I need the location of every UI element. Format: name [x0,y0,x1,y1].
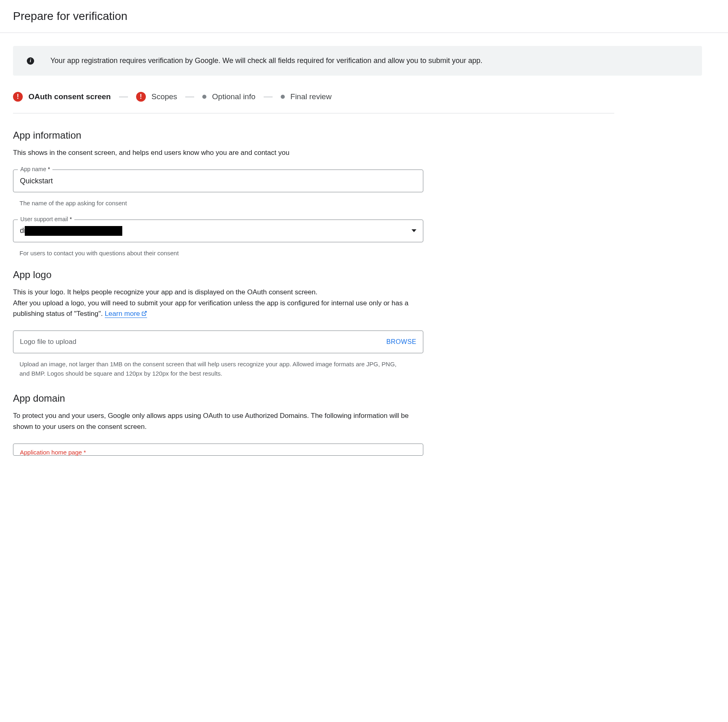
app-name-input[interactable] [13,170,423,192]
banner-text: Your app registration requires verificat… [50,57,483,65]
learn-more-link[interactable]: Learn more [105,310,147,318]
error-icon: ! [13,92,23,102]
step-label: Final review [290,92,332,101]
support-email-field: User support email * di [13,220,423,242]
dot-icon [281,95,285,99]
external-link-icon [141,311,147,316]
app-name-helper: The name of the app asking for consent [13,196,423,208]
app-logo-heading: App logo [13,269,423,281]
redacted-block [25,226,122,236]
logo-file-field: Logo file to upload BROWSE [13,331,423,353]
logo-file-placeholder: Logo file to upload [20,338,76,346]
browse-button[interactable]: BROWSE [386,338,416,346]
step-connector [264,97,273,97]
app-domain-heading: App domain [13,393,423,404]
app-domain-desc: To protect you and your users, Google on… [13,411,423,432]
app-name-label: App name * [18,166,52,172]
step-final-review[interactable]: Final review [281,92,332,101]
svg-line-0 [143,311,146,314]
logo-file-input[interactable]: Logo file to upload BROWSE [13,331,423,353]
step-connector [185,97,194,97]
chevron-down-icon [412,229,416,232]
app-information-heading: App information [13,130,423,141]
support-email-label: User support email * [18,216,74,222]
application-home-page-label: Application home page * [13,444,423,456]
verification-banner: i Your app registration requires verific… [13,46,702,76]
support-email-select[interactable]: di [13,220,423,242]
application-home-page-field[interactable]: Application home page * [13,444,423,456]
stepper: ! OAuth consent screen ! Scopes Optional… [13,92,614,113]
error-icon: ! [136,92,146,102]
step-optional-info[interactable]: Optional info [202,92,256,101]
support-email-helper: For users to contact you with questions … [13,246,423,258]
step-label: Scopes [152,92,177,101]
logo-file-helper: Upload an image, not larger than 1MB on … [13,357,403,378]
app-information-desc: This shows in the consent screen, and he… [13,148,423,158]
step-oauth-consent[interactable]: ! OAuth consent screen [13,92,111,102]
app-logo-desc: This is your logo. It helps people recog… [13,287,423,319]
step-label: Optional info [212,92,256,101]
step-scopes[interactable]: ! Scopes [136,92,177,102]
info-icon: i [27,57,34,65]
dot-icon [202,95,206,99]
page-title: Prepare for verification [0,0,728,33]
step-connector [119,97,128,97]
step-label: OAuth consent screen [28,92,111,101]
app-name-field: App name * [13,170,423,192]
